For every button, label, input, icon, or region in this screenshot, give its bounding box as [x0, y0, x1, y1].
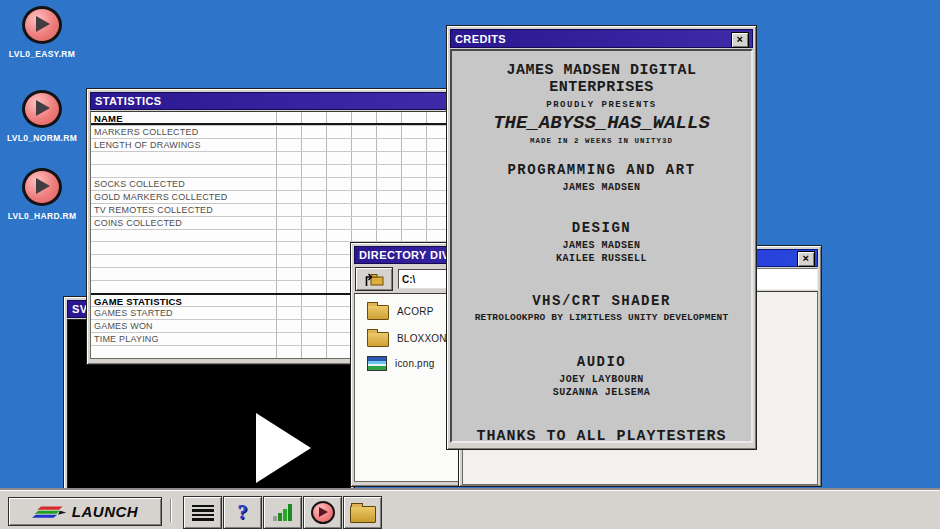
row-label: GAMES STARTED [91, 307, 277, 319]
table-cell [302, 139, 327, 151]
item-name: ACORP [397, 306, 434, 317]
table-row [91, 164, 452, 177]
launch-logo-icon [32, 503, 68, 521]
menu-button[interactable] [183, 496, 222, 529]
credits-heading-design: DESIGN [452, 220, 751, 236]
stats-button[interactable] [263, 496, 302, 529]
table-cell [277, 230, 302, 242]
table-cell [352, 178, 377, 190]
folder-up-button[interactable] [355, 267, 393, 291]
credits-heading-programming: PROGRAMMING AND ART [452, 162, 751, 178]
directory-title: DIRECTORY DIVE [359, 249, 457, 261]
table-cell [302, 165, 327, 177]
credits-name: SUZANNA JELSEMA [452, 386, 751, 399]
row-label [91, 165, 277, 177]
table-cell [327, 126, 352, 138]
table-cell [327, 217, 352, 229]
table-row: GOLD MARKERS COLLECTED [91, 190, 452, 203]
desktop-icon-label: LVL0_HARD.RM [2, 211, 82, 221]
table-cell [302, 217, 327, 229]
table-cell [327, 295, 352, 306]
table-cell [277, 217, 302, 229]
close-icon[interactable]: × [731, 32, 749, 48]
table-cell [302, 204, 327, 216]
table-cell [352, 152, 377, 164]
table-cell [277, 307, 302, 319]
row-label: COINS COLLECTED [91, 217, 277, 229]
help-button[interactable]: ? [223, 496, 262, 529]
table-cell [302, 126, 327, 138]
table-cell [277, 281, 302, 293]
table-cell [377, 165, 402, 177]
table-cell [302, 152, 327, 164]
launch-button[interactable]: LAUNCH [8, 497, 162, 526]
table-cell [302, 112, 327, 123]
item-name: icon.png [395, 358, 434, 369]
table-cell [402, 112, 427, 123]
table-row: MARKERS COLLECTED [91, 125, 452, 138]
table-cell [402, 191, 427, 203]
table-cell [302, 295, 327, 306]
desktop-icon-lvl0-hard[interactable]: LVL0_HARD.RM [2, 168, 82, 221]
table-cell [377, 178, 402, 190]
table-cell [302, 333, 327, 345]
credits-heading-audio: AUDIO [452, 354, 751, 370]
row-label [91, 152, 277, 164]
desktop-icon-lvl0-easy[interactable]: LVL0_EASY.RM [2, 6, 82, 59]
table-cell [277, 242, 302, 254]
table-row [91, 229, 452, 242]
statistics-title: STATISTICS [95, 95, 162, 107]
table-cell [327, 165, 352, 177]
statistics-titlebar[interactable]: STATISTICS [90, 92, 453, 110]
folder-button[interactable] [343, 496, 382, 529]
table-cell [327, 346, 352, 358]
table-cell [377, 152, 402, 164]
row-label: NAME [91, 112, 277, 123]
table-cell [327, 204, 352, 216]
folder-icon [367, 305, 389, 320]
table-cell [327, 230, 352, 242]
credits-title: CREDITS [455, 33, 506, 45]
table-cell [377, 191, 402, 203]
row-label: TIME PLAYING [91, 333, 277, 345]
table-cell [352, 139, 377, 151]
table-cell [302, 230, 327, 242]
credits-titlebar[interactable]: CREDITS × [450, 29, 753, 48]
table-cell [402, 152, 427, 164]
video-play-icon[interactable] [256, 413, 311, 483]
table-cell [327, 152, 352, 164]
table-cell [327, 112, 352, 123]
table-cell [277, 178, 302, 190]
table-row: SOCKS COLLECTED [91, 177, 452, 190]
table-cell [327, 139, 352, 151]
play-button[interactable] [303, 496, 342, 529]
play-file-icon [22, 6, 62, 44]
folder-icon [367, 332, 389, 347]
table-cell [377, 204, 402, 216]
table-cell [402, 139, 427, 151]
table-cell [377, 112, 402, 123]
table-cell [402, 165, 427, 177]
table-cell [277, 139, 302, 151]
table-cell [277, 204, 302, 216]
row-label [91, 242, 277, 254]
table-cell [352, 204, 377, 216]
table-cell [302, 281, 327, 293]
launch-label: LAUNCH [72, 503, 138, 520]
table-cell [302, 178, 327, 190]
table-cell [377, 139, 402, 151]
row-label [91, 230, 277, 242]
close-icon[interactable]: × [797, 251, 815, 267]
play-icon [311, 501, 335, 524]
table-cell [277, 346, 302, 358]
row-label: MARKERS COLLECTED [91, 126, 277, 138]
row-label [91, 346, 277, 358]
desktop-icon-lvl0-norm[interactable]: LVL0_NORM.RM [2, 90, 82, 143]
table-cell [352, 230, 377, 242]
credits-name: JOEY LAYBOURN [452, 373, 751, 386]
play-file-icon [22, 168, 62, 206]
row-label: LENGTH OF DRAWINGS [91, 139, 277, 151]
row-label: GOLD MARKERS COLLECTED [91, 191, 277, 203]
table-cell [377, 230, 402, 242]
table-cell [302, 346, 327, 358]
